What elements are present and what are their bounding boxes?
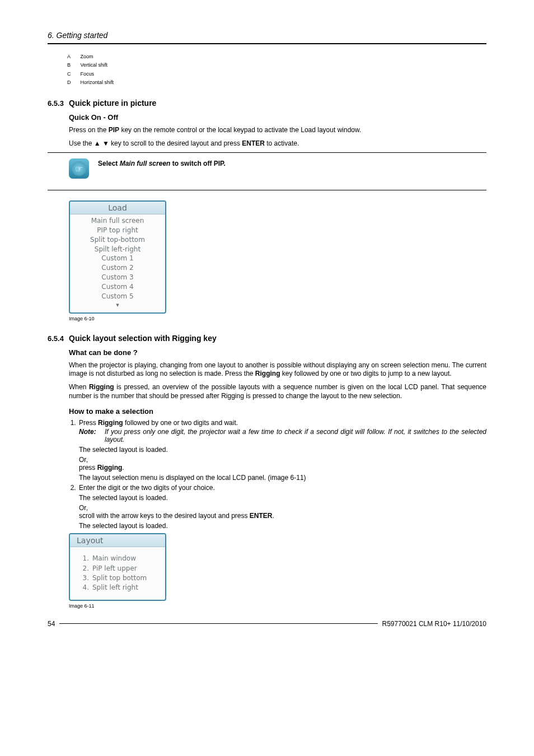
load-menu-items: Main full screenPIP top rightSplit top-b…: [70, 214, 165, 312]
legend-value: Zoom: [80, 53, 122, 60]
note: ☞ Select Main full screen to switch off …: [48, 155, 486, 182]
layout-item-num: 2.: [78, 564, 92, 573]
running-head: 6. Getting started: [48, 31, 486, 43]
layout-menu-item: 4.Split left right: [78, 583, 165, 592]
footer: 54 R59770021 CLM R10+ 11/10/2010: [48, 620, 486, 628]
howto-step-1: Press Rigging followed by one or two dig…: [78, 419, 486, 482]
paragraph: Use the ▲ ▼ key to scroll to the desired…: [69, 139, 486, 148]
legend-key: B: [67, 62, 79, 69]
layout-item-text: Split left right: [92, 583, 138, 592]
section-title: Quick layout selection with Rigging key: [69, 334, 217, 343]
text-or: Or,: [79, 456, 486, 464]
section-653-heading: 6.5.3 Quick picture in picture: [48, 99, 486, 108]
image-caption: Image 6-11: [69, 603, 486, 609]
text: The layout selection menu is displayed o…: [79, 474, 486, 482]
image-caption: Image 6-10: [69, 316, 486, 321]
howto-step-2: Enter the digit or the two digits of you…: [78, 484, 486, 530]
section-number: 6.5.3: [48, 99, 69, 108]
load-menu-item: Main full screen: [70, 216, 165, 226]
text: key followed by one or two digits to jum…: [280, 370, 452, 377]
text: scroll with the arrow keys to the desire…: [79, 512, 250, 520]
text: to activate.: [265, 139, 299, 147]
text: Press: [79, 419, 98, 427]
text: Select: [98, 160, 120, 167]
note-label: Note:: [79, 428, 105, 444]
load-menu-item: Custom 2: [70, 263, 165, 273]
text: .: [122, 464, 124, 472]
layout-menu-item: 3.Split top bottom: [78, 573, 165, 583]
note-body: If you press only one digit, the project…: [105, 428, 486, 444]
layout-menu-title: Layout: [70, 534, 165, 547]
text: The selected layout is loaded.: [79, 446, 486, 454]
text: press: [79, 464, 97, 472]
rigging-key: Rigging: [89, 383, 114, 391]
legend-key: C: [67, 71, 79, 78]
paragraph: When Rigging is pressed, an overview of …: [69, 383, 486, 400]
chevron-down-icon: ▾: [70, 301, 165, 309]
layout-item-num: 4.: [78, 583, 92, 592]
text: .: [272, 512, 274, 520]
page-number: 54: [48, 620, 55, 628]
enter-key: ENTER: [242, 139, 265, 147]
layout-menu-item: 2.PiP left upper: [78, 564, 165, 573]
layout-item-text: Main window: [92, 554, 136, 563]
load-menu: Load Main full screenPIP top rightSplit …: [69, 200, 166, 314]
how-to-title: How to make a selection: [69, 407, 486, 416]
section-number: 6.5.4: [48, 334, 69, 343]
text-italic: Main full screen: [120, 160, 171, 167]
load-menu-item: Custom 5: [70, 292, 165, 301]
legend-value: Focus: [80, 71, 122, 78]
load-menu-item: Custom 3: [70, 273, 165, 282]
load-menu-item: Custom 1: [70, 254, 165, 263]
header-rule: [48, 43, 486, 44]
legend: AZoomBVertical shiftCFocusDHorizontal sh…: [65, 52, 123, 87]
hand-point-icon: ☞: [69, 158, 89, 179]
legend-value: Vertical shift: [80, 62, 122, 69]
enter-key: ENTER: [250, 512, 273, 520]
layout-item-text: Split top bottom: [92, 573, 147, 583]
rigging-key: Rigging: [97, 464, 123, 472]
text: The selected layout is loaded.: [79, 522, 486, 530]
text: When: [69, 383, 89, 391]
text: The selected layout is loaded.: [79, 494, 486, 502]
text: is pressed, an overview of the possible …: [69, 383, 486, 400]
load-menu-item: PIP top right: [70, 226, 165, 235]
text: Press on the: [69, 126, 109, 134]
paragraph: Press on the PIP key on the remote contr…: [69, 126, 486, 135]
text: followed by one or two digits and wait.: [123, 419, 238, 427]
load-menu-item: Spilt left-right: [70, 245, 165, 254]
page: 6. Getting started AZoomBVertical shiftC…: [0, 0, 534, 645]
howto-list: Press Rigging followed by one or two dig…: [69, 419, 486, 530]
section-654-heading: 6.5.4 Quick layout selection with Riggin…: [48, 334, 486, 343]
section-title: Quick picture in picture: [69, 99, 156, 108]
layout-menu: Layout 1.Main window2.PiP left upper3.Sp…: [69, 533, 166, 601]
quick-on-off-title: Quick On - Off: [69, 113, 486, 122]
rule: [48, 152, 486, 153]
layout-menu-item: 1.Main window: [78, 554, 165, 563]
load-menu-item: Split top-bottom: [70, 235, 165, 245]
text: Enter the digit or the two digits of you…: [79, 484, 215, 492]
paragraph: When the projector is playing, changing …: [69, 361, 486, 379]
layout-item-num: 1.: [78, 554, 92, 563]
layout-item-num: 3.: [78, 573, 92, 583]
pip-key: PIP: [109, 126, 119, 134]
what-can-be-done-title: What can be done ?: [69, 348, 486, 357]
text-or: Or,: [79, 504, 486, 512]
legend-value: Horizontal shift: [80, 79, 122, 86]
text: Use the ▲ ▼ key to scroll to the desired…: [69, 139, 242, 147]
text: to switch off PIP.: [170, 160, 225, 167]
legend-key: A: [67, 53, 79, 60]
layout-menu-items: 1.Main window2.PiP left upper3.Split top…: [70, 547, 165, 600]
load-menu-title: Load: [70, 202, 165, 214]
text: key on the remote control or the local k…: [119, 126, 361, 134]
legend-key: D: [67, 79, 79, 86]
footer-rule: [59, 623, 377, 624]
rigging-key: Rigging: [255, 370, 280, 377]
doc-id: R59770021 CLM R10+ 11/10/2010: [382, 620, 486, 628]
layout-item-text: PiP left upper: [92, 564, 137, 573]
load-menu-item: Custom 4: [70, 282, 165, 292]
rigging-key: Rigging: [98, 419, 123, 427]
